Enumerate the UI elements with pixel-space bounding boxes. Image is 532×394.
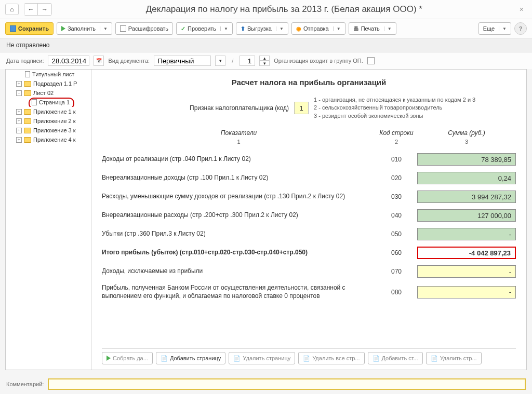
folder-icon bbox=[24, 90, 31, 96]
comment-label: Комментарий: bbox=[6, 381, 44, 387]
save-button[interactable]: Сохранить bbox=[5, 22, 54, 35]
folder-icon bbox=[24, 118, 31, 124]
row-code: 080 bbox=[376, 289, 417, 296]
home-button[interactable]: ⌂ bbox=[5, 4, 19, 15]
tree-label: Приложение 1 к bbox=[33, 108, 76, 115]
taxpayer-sign-label: Признак налогоплательщика (код) bbox=[102, 104, 289, 112]
row-indicator: Доходы, исключаемые из прибыли bbox=[102, 267, 376, 276]
sum-input[interactable]: 3 994 287,32 bbox=[417, 191, 516, 203]
table-row: Доходы от реализации (стр .040 Прил.1 к … bbox=[102, 150, 516, 169]
calendar-button[interactable]: 📅 bbox=[94, 56, 104, 66]
close-button[interactable]: × bbox=[516, 5, 527, 13]
expand-icon[interactable]: + bbox=[16, 128, 22, 133]
row-indicator: Прибыль, полученная Банком России от осу… bbox=[102, 284, 376, 300]
tree-item[interactable]: +Приложение 4 к bbox=[6, 135, 91, 144]
check-button[interactable]: ✓Проверить▼ bbox=[176, 22, 233, 35]
add-st-button[interactable]: 📄 Добавить ст... bbox=[368, 352, 423, 364]
page-down[interactable]: ▾ bbox=[259, 61, 270, 66]
tree-item[interactable]: -Лист 02 bbox=[6, 88, 91, 98]
sign-date-input[interactable] bbox=[48, 56, 89, 66]
tree-item[interactable]: +Приложение 3 к bbox=[6, 126, 91, 135]
sum-input[interactable]: -4 042 897,23 bbox=[417, 247, 516, 259]
doc-type-dropdown[interactable]: ▾ bbox=[215, 56, 225, 66]
folder-icon bbox=[24, 128, 31, 133]
tree-label: Приложение 4 к bbox=[33, 137, 76, 143]
row-code: 030 bbox=[376, 193, 417, 200]
send-button[interactable]: ◉Отправка▼ bbox=[291, 22, 345, 35]
window-title: Декларация по налогу на прибыль за 2013 … bbox=[52, 4, 516, 15]
add-page-button[interactable]: 📄 Добавить страницу bbox=[156, 352, 225, 364]
folder-icon bbox=[24, 137, 31, 143]
table-row: Расходы, уменьшающие сумму доходов от ре… bbox=[102, 187, 516, 206]
page-toolbar: Собрать да... 📄 Добавить страницу 📄 Удал… bbox=[102, 348, 516, 364]
back-button[interactable]: ← bbox=[24, 4, 38, 15]
row-indicator: Убытки (стр .360 Прил.3 к Листу 02) bbox=[102, 230, 376, 238]
collect-button[interactable]: Собрать да... bbox=[102, 352, 153, 364]
sum-input[interactable]: 0,24 bbox=[417, 172, 516, 184]
table-row: Доходы, исключаемые из прибыли070- bbox=[102, 262, 516, 281]
doc-type-label: Вид документа: bbox=[108, 58, 150, 64]
sum-input[interactable]: 127 000,00 bbox=[417, 209, 516, 222]
tree-label: Страница 1 bbox=[39, 99, 70, 105]
row-indicator: Внереализационные доходы (стр .100 Прил.… bbox=[102, 174, 376, 182]
tree-label: Приложение 3 к bbox=[33, 127, 76, 133]
comment-input[interactable] bbox=[48, 378, 526, 390]
tree-item[interactable]: +Приложение 1 к bbox=[6, 107, 91, 116]
sum-input[interactable]: - bbox=[417, 265, 516, 278]
upload-icon: ⬆ bbox=[241, 25, 245, 32]
form-row: Дата подписи: 📅 Вид документа: ▾ / ▴ ▾ О… bbox=[0, 52, 532, 69]
delete-page-button[interactable]: 📄 Удалить страницу bbox=[229, 352, 295, 364]
document-title: Расчет налога на прибыль организаций bbox=[102, 78, 516, 87]
taxpayer-sign-value[interactable]: 1 bbox=[294, 102, 309, 114]
help-button[interactable]: ? bbox=[514, 22, 527, 35]
doc-type-input[interactable] bbox=[154, 56, 211, 66]
delete-st-button[interactable]: 📄 Удалить стр... bbox=[426, 352, 482, 364]
org-group-checkbox[interactable] bbox=[367, 57, 375, 64]
folder-icon bbox=[24, 81, 31, 87]
expand-icon[interactable]: + bbox=[16, 118, 22, 124]
print-icon: 🖶 bbox=[353, 25, 359, 32]
col-header-code: Код строки bbox=[376, 129, 417, 137]
delete-all-button[interactable]: 📄 Удалить все стр... bbox=[298, 352, 364, 364]
play-icon bbox=[107, 356, 111, 361]
table-row: Прибыль, полученная Банком России от осу… bbox=[102, 281, 516, 303]
tree-label: Приложение 2 к bbox=[33, 118, 76, 124]
taxpayer-hints: 1 - организация, не относящаяся к указан… bbox=[314, 96, 475, 120]
table-row: Внереализационные доходы (стр .100 Прил.… bbox=[102, 169, 516, 187]
decode-button[interactable]: Расшифровать bbox=[115, 22, 173, 35]
status-bar: Не отправлено bbox=[0, 38, 532, 52]
sum-input[interactable]: 78 389,85 bbox=[417, 153, 516, 166]
row-code: 010 bbox=[376, 156, 417, 163]
play-icon bbox=[61, 26, 65, 31]
tree-item[interactable]: +Приложение 2 к bbox=[6, 116, 91, 126]
row-code: 020 bbox=[376, 174, 417, 182]
tree-item[interactable]: +Подраздел 1.1 Р bbox=[6, 79, 91, 88]
row-indicator: Внереализационные расходы (стр .200+стр … bbox=[102, 211, 376, 220]
page-icon bbox=[25, 71, 30, 77]
page-num-input[interactable] bbox=[240, 56, 255, 66]
sum-input[interactable]: - bbox=[417, 228, 516, 240]
doc-icon bbox=[120, 25, 126, 32]
more-button[interactable]: Еще▼ bbox=[478, 22, 511, 35]
row-indicator: Доходы от реализации (стр .040 Прил.1 к … bbox=[102, 155, 376, 164]
fill-button[interactable]: Заполнить▼ bbox=[57, 22, 112, 35]
export-button[interactable]: ⬆Выгрузка▼ bbox=[236, 22, 288, 35]
sum-input[interactable]: - bbox=[417, 286, 516, 298]
check-icon: ✓ bbox=[181, 25, 185, 32]
save-icon bbox=[10, 25, 16, 32]
expand-icon[interactable]: + bbox=[16, 81, 22, 87]
print-button[interactable]: 🖶Печать▼ bbox=[349, 22, 396, 35]
main-toolbar: Сохранить Заполнить▼ Расшифровать ✓Прове… bbox=[0, 19, 532, 38]
forward-button[interactable]: → bbox=[38, 4, 51, 15]
col-header-indicator: Показатели bbox=[102, 129, 376, 137]
folder-icon bbox=[24, 109, 31, 115]
page-up[interactable]: ▴ bbox=[259, 56, 270, 61]
tree-item[interactable]: Страница 1 bbox=[6, 98, 91, 107]
tree-item[interactable]: Титульный лист bbox=[6, 70, 91, 79]
page-icon bbox=[32, 99, 37, 105]
comment-row: Комментарий: bbox=[0, 374, 532, 394]
table-row: Убытки (стр .360 Прил.3 к Листу 02)050- bbox=[102, 225, 516, 243]
expand-icon[interactable]: - bbox=[16, 90, 22, 96]
expand-icon[interactable]: + bbox=[16, 109, 22, 115]
expand-icon[interactable]: + bbox=[16, 137, 22, 143]
